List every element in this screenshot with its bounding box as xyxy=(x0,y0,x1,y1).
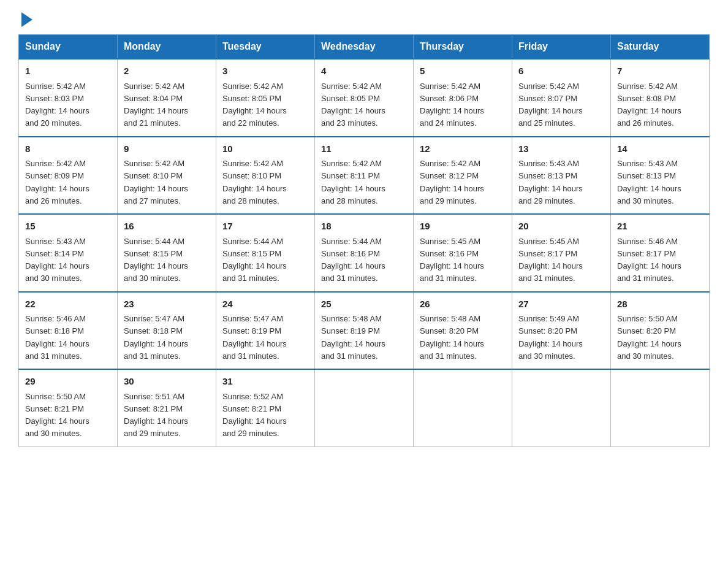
calendar-table: Sunday Monday Tuesday Wednesday Thursday… xyxy=(18,34,710,447)
day-info: Sunrise: 5:44 AMSunset: 8:15 PMDaylight:… xyxy=(124,237,188,283)
header-wednesday: Wednesday xyxy=(315,35,414,59)
calendar-day-cell: 22 Sunrise: 5:46 AMSunset: 8:18 PMDaylig… xyxy=(19,292,118,370)
day-number: 21 xyxy=(617,220,703,234)
day-info: Sunrise: 5:42 AMSunset: 8:06 PMDaylight:… xyxy=(420,82,484,128)
day-number: 24 xyxy=(222,297,308,312)
calendar-day-cell xyxy=(512,369,611,446)
calendar-week-row: 29 Sunrise: 5:50 AMSunset: 8:21 PMDaylig… xyxy=(19,369,710,446)
day-number: 7 xyxy=(617,64,703,79)
day-info: Sunrise: 5:47 AMSunset: 8:18 PMDaylight:… xyxy=(124,314,188,361)
day-number: 10 xyxy=(222,142,308,156)
calendar-day-cell: 12 Sunrise: 5:42 AMSunset: 8:12 PMDaylig… xyxy=(414,137,512,215)
calendar-day-cell: 11 Sunrise: 5:42 AMSunset: 8:11 PMDaylig… xyxy=(315,137,414,215)
calendar-day-cell: 27 Sunrise: 5:49 AMSunset: 8:20 PMDaylig… xyxy=(512,292,611,370)
day-info: Sunrise: 5:51 AMSunset: 8:21 PMDaylight:… xyxy=(124,392,188,439)
header-friday: Friday xyxy=(512,35,611,59)
day-number: 12 xyxy=(420,142,506,156)
day-number: 2 xyxy=(124,64,210,79)
day-info: Sunrise: 5:50 AMSunset: 8:21 PMDaylight:… xyxy=(25,392,89,439)
day-info: Sunrise: 5:47 AMSunset: 8:19 PMDaylight:… xyxy=(222,314,287,361)
header-sunday: Sunday xyxy=(19,35,118,59)
calendar-day-cell: 26 Sunrise: 5:48 AMSunset: 8:20 PMDaylig… xyxy=(414,292,512,370)
calendar-day-cell: 1 Sunrise: 5:42 AMSunset: 8:03 PMDayligh… xyxy=(19,59,118,137)
day-number: 14 xyxy=(617,142,703,156)
calendar-week-row: 8 Sunrise: 5:42 AMSunset: 8:09 PMDayligh… xyxy=(19,137,710,215)
day-number: 31 xyxy=(222,375,308,389)
day-info: Sunrise: 5:42 AMSunset: 8:05 PMDaylight:… xyxy=(222,82,287,128)
calendar-day-cell xyxy=(611,369,710,446)
calendar-day-cell: 16 Sunrise: 5:44 AMSunset: 8:15 PMDaylig… xyxy=(118,214,216,292)
day-number: 25 xyxy=(321,297,407,312)
header-tuesday: Tuesday xyxy=(216,35,315,59)
header-saturday: Saturday xyxy=(611,35,710,59)
calendar-day-cell xyxy=(315,369,414,446)
calendar-week-row: 1 Sunrise: 5:42 AMSunset: 8:03 PMDayligh… xyxy=(19,59,710,137)
calendar-day-cell xyxy=(414,369,512,446)
calendar-day-cell: 9 Sunrise: 5:42 AMSunset: 8:10 PMDayligh… xyxy=(118,137,216,215)
day-info: Sunrise: 5:42 AMSunset: 8:05 PMDaylight:… xyxy=(321,82,385,128)
day-info: Sunrise: 5:52 AMSunset: 8:21 PMDaylight:… xyxy=(222,392,287,439)
calendar-day-cell: 13 Sunrise: 5:43 AMSunset: 8:13 PMDaylig… xyxy=(512,137,611,215)
page-header xyxy=(18,12,710,25)
day-info: Sunrise: 5:42 AMSunset: 8:11 PMDaylight:… xyxy=(321,159,385,205)
calendar-day-cell: 6 Sunrise: 5:42 AMSunset: 8:07 PMDayligh… xyxy=(512,59,611,137)
day-number: 29 xyxy=(25,375,111,389)
day-info: Sunrise: 5:42 AMSunset: 8:10 PMDaylight:… xyxy=(222,159,287,205)
day-number: 22 xyxy=(25,297,111,312)
calendar-day-cell: 24 Sunrise: 5:47 AMSunset: 8:19 PMDaylig… xyxy=(216,292,315,370)
calendar-day-cell: 31 Sunrise: 5:52 AMSunset: 8:21 PMDaylig… xyxy=(216,369,315,446)
day-info: Sunrise: 5:48 AMSunset: 8:19 PMDaylight:… xyxy=(321,314,385,361)
day-info: Sunrise: 5:46 AMSunset: 8:17 PMDaylight:… xyxy=(617,237,681,283)
calendar-day-cell: 20 Sunrise: 5:45 AMSunset: 8:17 PMDaylig… xyxy=(512,214,611,292)
calendar-day-cell: 5 Sunrise: 5:42 AMSunset: 8:06 PMDayligh… xyxy=(414,59,512,137)
day-number: 13 xyxy=(518,142,604,156)
calendar-day-cell: 3 Sunrise: 5:42 AMSunset: 8:05 PMDayligh… xyxy=(216,59,315,137)
day-info: Sunrise: 5:42 AMSunset: 8:03 PMDaylight:… xyxy=(25,82,89,128)
day-info: Sunrise: 5:43 AMSunset: 8:13 PMDaylight:… xyxy=(617,159,681,205)
day-info: Sunrise: 5:46 AMSunset: 8:18 PMDaylight:… xyxy=(25,314,89,361)
day-number: 17 xyxy=(222,220,308,234)
day-info: Sunrise: 5:43 AMSunset: 8:14 PMDaylight:… xyxy=(25,237,89,283)
day-number: 23 xyxy=(124,297,210,312)
calendar-day-cell: 18 Sunrise: 5:44 AMSunset: 8:16 PMDaylig… xyxy=(315,214,414,292)
day-info: Sunrise: 5:42 AMSunset: 8:12 PMDaylight:… xyxy=(420,159,484,205)
calendar-day-cell: 25 Sunrise: 5:48 AMSunset: 8:19 PMDaylig… xyxy=(315,292,414,370)
calendar-day-cell: 19 Sunrise: 5:45 AMSunset: 8:16 PMDaylig… xyxy=(414,214,512,292)
day-number: 3 xyxy=(222,64,308,79)
day-info: Sunrise: 5:42 AMSunset: 8:10 PMDaylight:… xyxy=(124,159,188,205)
calendar-week-row: 22 Sunrise: 5:46 AMSunset: 8:18 PMDaylig… xyxy=(19,292,710,370)
calendar-day-cell: 14 Sunrise: 5:43 AMSunset: 8:13 PMDaylig… xyxy=(611,137,710,215)
calendar-day-cell: 17 Sunrise: 5:44 AMSunset: 8:15 PMDaylig… xyxy=(216,214,315,292)
header-monday: Monday xyxy=(118,35,216,59)
day-info: Sunrise: 5:50 AMSunset: 8:20 PMDaylight:… xyxy=(617,314,681,361)
day-info: Sunrise: 5:43 AMSunset: 8:13 PMDaylight:… xyxy=(518,159,583,205)
calendar-day-cell: 7 Sunrise: 5:42 AMSunset: 8:08 PMDayligh… xyxy=(611,59,710,137)
logo-arrow-icon xyxy=(21,12,32,27)
calendar-day-cell: 15 Sunrise: 5:43 AMSunset: 8:14 PMDaylig… xyxy=(19,214,118,292)
day-number: 1 xyxy=(25,64,111,79)
day-info: Sunrise: 5:42 AMSunset: 8:04 PMDaylight:… xyxy=(124,82,188,128)
calendar-day-cell: 21 Sunrise: 5:46 AMSunset: 8:17 PMDaylig… xyxy=(611,214,710,292)
day-number: 8 xyxy=(25,142,111,156)
calendar-day-cell: 4 Sunrise: 5:42 AMSunset: 8:05 PMDayligh… xyxy=(315,59,414,137)
day-number: 5 xyxy=(420,64,506,79)
day-number: 30 xyxy=(124,375,210,389)
day-number: 18 xyxy=(321,220,407,234)
logo xyxy=(18,12,32,25)
day-number: 19 xyxy=(420,220,506,234)
day-number: 11 xyxy=(321,142,407,156)
day-number: 26 xyxy=(420,297,506,312)
day-number: 28 xyxy=(617,297,703,312)
day-number: 4 xyxy=(321,64,407,79)
day-info: Sunrise: 5:45 AMSunset: 8:17 PMDaylight:… xyxy=(518,237,583,283)
calendar-week-row: 15 Sunrise: 5:43 AMSunset: 8:14 PMDaylig… xyxy=(19,214,710,292)
calendar-day-cell: 10 Sunrise: 5:42 AMSunset: 8:10 PMDaylig… xyxy=(216,137,315,215)
day-number: 15 xyxy=(25,220,111,234)
weekday-header-row: Sunday Monday Tuesday Wednesday Thursday… xyxy=(19,35,710,59)
day-info: Sunrise: 5:42 AMSunset: 8:09 PMDaylight:… xyxy=(25,159,89,205)
calendar-day-cell: 8 Sunrise: 5:42 AMSunset: 8:09 PMDayligh… xyxy=(19,137,118,215)
calendar-day-cell: 28 Sunrise: 5:50 AMSunset: 8:20 PMDaylig… xyxy=(611,292,710,370)
day-info: Sunrise: 5:45 AMSunset: 8:16 PMDaylight:… xyxy=(420,237,484,283)
day-number: 16 xyxy=(124,220,210,234)
day-info: Sunrise: 5:42 AMSunset: 8:07 PMDaylight:… xyxy=(518,82,583,128)
